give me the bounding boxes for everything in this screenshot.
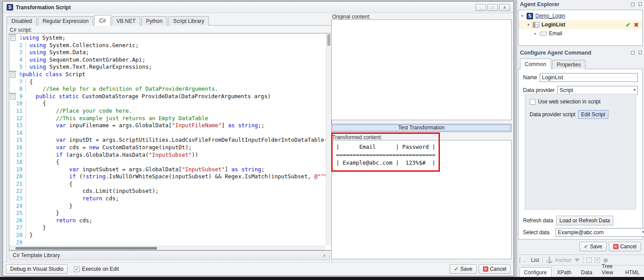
code-line[interactable]: 23 return cds; [9,195,326,203]
fold-margin[interactable] [22,63,29,71]
fold-margin[interactable] [22,188,29,195]
tab-python[interactable]: Python [141,16,167,26]
code-line[interactable]: 2using System.Collections.Generic; [9,42,326,49]
delete-icon[interactable]: ✖ [634,22,639,28]
code-line[interactable]: 3using System.Data; [9,49,326,56]
code-line[interactable]: 29 [9,239,326,245]
code-line[interactable]: 12 //This example just returns an Empty … [9,115,326,122]
code-editor[interactable]: 1using System;2using System.Collections.… [9,33,332,251]
fold-margin[interactable] [22,107,29,115]
fold-margin[interactable] [22,195,29,203]
minimize-button[interactable]: _ [476,4,486,11]
view-tab-configure[interactable]: Configure [519,267,552,277]
fold-margin[interactable] [22,85,29,93]
pin-icon[interactable] [638,2,641,7]
code-line[interactable]: 11 //Place your code here. [9,107,326,115]
fold-margin[interactable] [9,34,16,35]
tree-item-label[interactable]: Email [549,30,562,37]
code-line[interactable]: 24 } [9,203,326,210]
fold-margin[interactable] [22,100,29,107]
confirm-icon[interactable]: ✔ [626,22,630,28]
name-input[interactable]: LoginList [540,73,638,82]
fold-margin[interactable] [22,78,29,86]
template-library-bar[interactable]: C# Template Library ∧ [9,251,330,260]
dock-icon[interactable] [631,3,635,6]
test-transformation-button[interactable]: Test Transformation [331,124,512,132]
tree-item-email[interactable]: ▸ Email [519,29,642,38]
code-line[interactable]: 1using System; [9,34,326,42]
pin-icon[interactable] [638,51,641,55]
maximize-button[interactable]: □ [487,4,498,11]
use-web-selection-checkbox[interactable] [530,99,535,105]
editor-vertical-scrollbar[interactable] [326,33,331,245]
fold-margin[interactable] [22,144,29,151]
view-tab-xpath[interactable]: XPath [553,268,576,277]
fold-margin[interactable] [22,203,29,210]
fold-margin[interactable] [22,151,29,159]
tree-item-demo-login[interactable]: ▾ S Demo_Login [519,11,642,20]
original-content-box[interactable] [331,19,512,120]
fold-margin[interactable] [22,232,29,239]
execute-on-edit-checkbox[interactable]: ✓ [74,266,80,272]
code-line[interactable]: 9 public static CustomDataStorage Provid… [9,93,326,100]
code-line[interactable]: 17 if (args.GlobalData.HasData("InputSub… [9,151,326,159]
code-line[interactable]: 6public class Script [9,71,326,78]
code-line[interactable]: 10 { [9,100,326,107]
code-line[interactable]: 4using Sequentum.ContentGrabber.Api; [9,56,326,64]
code-line[interactable]: 27 } [9,224,326,232]
view-tab-tree-view[interactable]: Tree View [597,262,620,277]
editor-horizontal-scrollbar[interactable] [9,246,326,250]
tree-item-label[interactable]: LoginList [542,22,565,28]
cfg-tab-properties[interactable]: Properties [552,60,586,69]
code-line[interactable]: 25 } [9,210,326,217]
view-tab-html[interactable]: HTML [621,268,644,277]
code-line[interactable]: 22 cds.Limit(inputSubset); [9,188,326,195]
fold-margin[interactable] [22,158,29,166]
caret-down-icon[interactable]: ▾ [521,14,527,18]
tree-item-loginlist[interactable]: ▾ LoginList ✔ ✖ [519,20,642,29]
fold-margin[interactable] [22,217,29,225]
fold-margin[interactable] [22,166,29,173]
fold-margin[interactable] [22,224,29,232]
code-line[interactable]: 20 if (!string.IsNullOrWhiteSpace(inputS… [9,173,326,181]
code-line[interactable]: 19 var inputSubset = args.GlobalData["In… [9,166,326,173]
scrollbar-thumb[interactable] [327,34,330,46]
close-button[interactable]: x [499,4,510,11]
code-line[interactable]: 14 [9,129,326,137]
code-line[interactable]: 26 return cds; [9,217,326,225]
fold-margin[interactable] [9,93,16,94]
tab-disabled[interactable]: Disabled [7,16,37,26]
cfg-tab-common[interactable]: Common [520,59,551,69]
tab-script-library[interactable]: Script Library [168,16,209,26]
fold-margin[interactable] [22,122,29,129]
view-tab-data[interactable]: Data [577,268,596,277]
cancel-button[interactable]: ✕ Cancel [479,264,511,274]
fold-margin[interactable] [22,181,29,188]
code-line[interactable]: 21 { [9,181,326,188]
fold-margin[interactable] [22,115,29,122]
dialog-titlebar[interactable]: S Transformation Script _ □ x [3,2,513,13]
fold-margin[interactable] [22,239,29,245]
fold-margin[interactable] [22,136,29,144]
tree-item-label[interactable]: Demo_Login [535,13,565,19]
fold-margin[interactable] [22,56,29,64]
tab-c-[interactable]: C# [94,15,110,26]
toolbar-grip[interactable] [519,257,520,263]
code-line[interactable]: 7{ [9,78,326,86]
config-save-button[interactable]: ✔ Save [579,242,606,251]
load-refresh-data-button[interactable]: Load or Refresh Data [556,216,614,225]
selection-box-icon[interactable] [586,258,592,263]
dock-icon[interactable] [631,51,635,55]
config-cancel-button[interactable]: ✕ Cancel [609,242,641,251]
data-provider-select[interactable]: Script [557,86,638,95]
fold-margin[interactable] [9,71,16,72]
debug-visual-studio-button[interactable]: Debug in Visual Studio [6,264,68,274]
transformed-content-box[interactable]: | Email | Password | ===================… [331,140,512,259]
select-data-dropdown[interactable]: Example@abc.com [556,228,644,237]
scrollbar-thumb[interactable] [15,247,157,250]
edit-script-button[interactable]: Edit Script [578,110,608,119]
code-line[interactable]: 5using System.Text.RegularExpressions; [9,63,326,71]
anchor-button[interactable]: ⚓ Anchor [546,257,571,263]
list-button[interactable]: List [523,257,539,263]
code-line[interactable]: 8 //See help for a definition of DataPro… [9,85,326,93]
